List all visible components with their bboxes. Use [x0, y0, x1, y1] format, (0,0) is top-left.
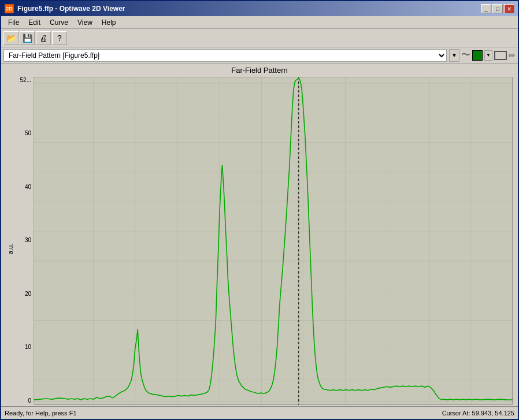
dropdown-arrow[interactable]: ▼ [449, 49, 459, 62]
window-title: Figure5.ffp - Optiwave 2D Viewer [17, 5, 477, 13]
rect-icon [494, 51, 507, 60]
chart-title: Far-Field Pattern [6, 66, 513, 75]
y-axis-label: a.u. [6, 77, 15, 406]
status-text: Ready, for Help, press F1 [5, 410, 442, 417]
chart-plot-area: 52... 50 40 30 20 10 0 [15, 77, 513, 405]
chart-svg [34, 77, 513, 405]
app-icon: 2D [5, 4, 14, 13]
y-tick-40: 40 [25, 184, 31, 190]
pattern-select[interactable]: Far-Field Pattern [Figure5.ffp] [3, 49, 447, 62]
color-dropdown[interactable]: ▼ [484, 50, 492, 61]
title-bar: 2D Figure5.ffp - Optiwave 2D Viewer _ □ … [1, 1, 518, 16]
main-content: Far-Field Pattern a.u. 52... 50 40 30 20… [1, 64, 518, 406]
toolbar: 📂 💾 🖨 ? [1, 29, 518, 47]
dropdown-row: Far-Field Pattern [Figure5.ffp] ▼ 〜 ▼ ✏ [1, 47, 518, 64]
open-button[interactable]: 📂 [3, 31, 18, 45]
y-tick-50: 50 [25, 130, 31, 136]
cursor-position: Cursor At: 59.943, 54.125 [442, 410, 514, 417]
window-controls: _ □ ✕ [481, 4, 514, 13]
menu-view[interactable]: View [73, 17, 97, 28]
print-button[interactable]: 🖨 [36, 31, 51, 45]
chart-inner: a.u. 52... 50 40 30 20 10 0 [6, 77, 513, 406]
minimize-button[interactable]: _ [481, 4, 491, 13]
menu-file[interactable]: File [3, 17, 24, 28]
save-button[interactable]: 💾 [20, 31, 35, 45]
close-button[interactable]: ✕ [504, 4, 514, 13]
y-ticks: 52... 50 40 30 20 10 0 [15, 77, 34, 405]
y-tick-0: 0 [28, 397, 31, 404]
wave-icon: 〜 [461, 49, 470, 61]
main-window: 2D Figure5.ffp - Optiwave 2D Viewer _ □ … [0, 0, 519, 420]
color-swatch[interactable] [472, 50, 483, 61]
maximize-button[interactable]: □ [492, 4, 503, 13]
menu-bar: File Edit Curve View Help [1, 16, 518, 29]
chart-controls: ▼ 〜 ▼ ✏ [449, 49, 516, 62]
y-tick-52: 52... [20, 77, 31, 83]
help-button[interactable]: ? [52, 31, 67, 45]
y-tick-30: 30 [25, 237, 31, 243]
svg-rect-0 [34, 77, 513, 405]
menu-edit[interactable]: Edit [24, 17, 45, 28]
menu-help[interactable]: Help [97, 17, 121, 28]
menu-curve[interactable]: Curve [45, 17, 73, 28]
y-tick-20: 20 [25, 291, 31, 297]
pen-icon: ✏ [509, 51, 516, 60]
chart-container: Far-Field Pattern a.u. 52... 50 40 30 20… [6, 66, 513, 406]
y-tick-10: 10 [25, 344, 31, 350]
pattern-selector[interactable]: Far-Field Pattern [Figure5.ffp] [3, 49, 447, 62]
status-bar: Ready, for Help, press F1 Cursor At: 59.… [1, 406, 518, 419]
chart-with-axes: 52... 50 40 30 20 10 0 [15, 77, 513, 406]
